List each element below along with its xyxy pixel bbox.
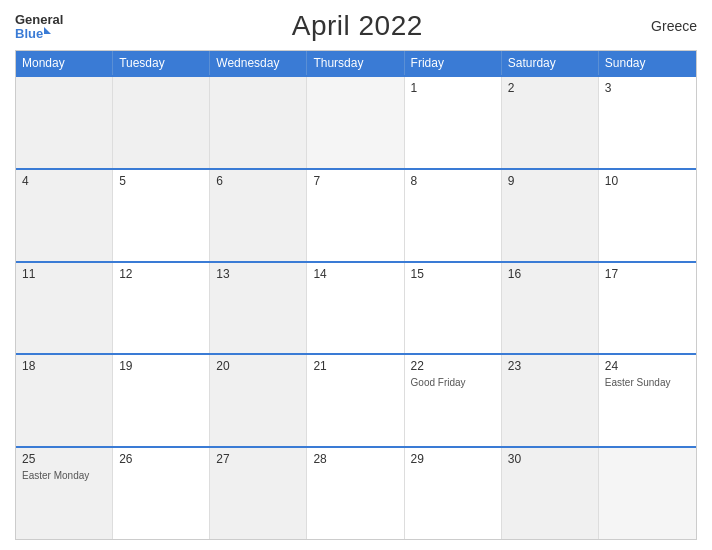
header-cell-sunday: Sunday (599, 51, 696, 75)
calendar-cell: 7 (307, 170, 404, 261)
calendar-cell: 16 (502, 263, 599, 354)
day-number: 14 (313, 267, 397, 281)
header: General Blue April 2022 Greece (15, 10, 697, 42)
day-event: Easter Sunday (605, 377, 690, 388)
calendar-cell: 26 (113, 448, 210, 539)
country-label: Greece (651, 18, 697, 34)
logo-blue-box: Blue (15, 27, 63, 40)
header-cell-friday: Friday (405, 51, 502, 75)
day-number: 7 (313, 174, 397, 188)
day-number: 6 (216, 174, 300, 188)
calendar-cell: 11 (16, 263, 113, 354)
calendar-body: 12345678910111213141516171819202122Good … (16, 75, 696, 539)
header-cell-thursday: Thursday (307, 51, 404, 75)
calendar-cell (599, 448, 696, 539)
calendar-cell: 12 (113, 263, 210, 354)
calendar-cell: 19 (113, 355, 210, 446)
logo-blue-label: Blue (15, 27, 43, 40)
calendar-week-2: 45678910 (16, 168, 696, 261)
logo: General Blue (15, 12, 63, 40)
calendar-cell: 17 (599, 263, 696, 354)
calendar-cell: 13 (210, 263, 307, 354)
calendar: MondayTuesdayWednesdayThursdayFridaySatu… (15, 50, 697, 540)
logo-triangle-icon (44, 27, 51, 34)
day-number: 5 (119, 174, 203, 188)
day-event: Good Friday (411, 377, 495, 388)
day-number: 18 (22, 359, 106, 373)
day-number: 8 (411, 174, 495, 188)
day-event: Easter Monday (22, 470, 106, 481)
day-number: 10 (605, 174, 690, 188)
logo-general-label: General (15, 12, 63, 27)
calendar-cell: 4 (16, 170, 113, 261)
day-number: 1 (411, 81, 495, 95)
calendar-cell: 14 (307, 263, 404, 354)
calendar-cell: 15 (405, 263, 502, 354)
day-number: 21 (313, 359, 397, 373)
calendar-week-4: 1819202122Good Friday2324Easter Sunday (16, 353, 696, 446)
day-number: 2 (508, 81, 592, 95)
calendar-cell (113, 77, 210, 168)
calendar-week-1: 123 (16, 75, 696, 168)
day-number: 11 (22, 267, 106, 281)
calendar-cell: 1 (405, 77, 502, 168)
calendar-week-5: 25Easter Monday2627282930 (16, 446, 696, 539)
calendar-cell: 30 (502, 448, 599, 539)
day-number: 30 (508, 452, 592, 466)
calendar-cell (307, 77, 404, 168)
calendar-cell: 22Good Friday (405, 355, 502, 446)
calendar-cell: 23 (502, 355, 599, 446)
calendar-cell: 9 (502, 170, 599, 261)
day-number: 28 (313, 452, 397, 466)
day-number: 3 (605, 81, 690, 95)
calendar-cell: 2 (502, 77, 599, 168)
calendar-cell: 6 (210, 170, 307, 261)
day-number: 26 (119, 452, 203, 466)
calendar-cell: 25Easter Monday (16, 448, 113, 539)
calendar-cell: 3 (599, 77, 696, 168)
day-number: 20 (216, 359, 300, 373)
header-cell-wednesday: Wednesday (210, 51, 307, 75)
day-number: 27 (216, 452, 300, 466)
day-number: 29 (411, 452, 495, 466)
day-number: 9 (508, 174, 592, 188)
day-number: 17 (605, 267, 690, 281)
day-number: 15 (411, 267, 495, 281)
calendar-header: MondayTuesdayWednesdayThursdayFridaySatu… (16, 51, 696, 75)
calendar-cell: 5 (113, 170, 210, 261)
calendar-cell: 21 (307, 355, 404, 446)
day-number: 16 (508, 267, 592, 281)
header-cell-monday: Monday (16, 51, 113, 75)
calendar-cell: 10 (599, 170, 696, 261)
header-cell-tuesday: Tuesday (113, 51, 210, 75)
calendar-cell: 18 (16, 355, 113, 446)
calendar-cell: 20 (210, 355, 307, 446)
calendar-cell (210, 77, 307, 168)
calendar-cell: 28 (307, 448, 404, 539)
calendar-cell (16, 77, 113, 168)
header-cell-saturday: Saturday (502, 51, 599, 75)
calendar-cell: 8 (405, 170, 502, 261)
day-number: 22 (411, 359, 495, 373)
day-number: 12 (119, 267, 203, 281)
calendar-title: April 2022 (292, 10, 423, 42)
calendar-cell: 29 (405, 448, 502, 539)
day-number: 13 (216, 267, 300, 281)
calendar-cell: 24Easter Sunday (599, 355, 696, 446)
day-number: 23 (508, 359, 592, 373)
day-number: 24 (605, 359, 690, 373)
calendar-week-3: 11121314151617 (16, 261, 696, 354)
day-number: 4 (22, 174, 106, 188)
calendar-page: General Blue April 2022 Greece MondayTue… (0, 0, 712, 550)
calendar-cell: 27 (210, 448, 307, 539)
day-number: 25 (22, 452, 106, 466)
day-number: 19 (119, 359, 203, 373)
logo-general-text: General Blue (15, 12, 63, 40)
